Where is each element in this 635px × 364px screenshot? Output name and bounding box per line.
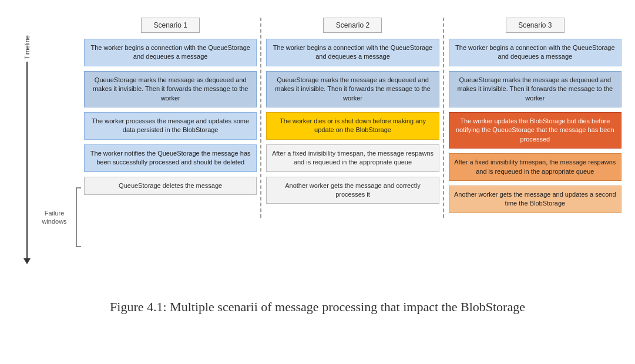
failure-windows: Failurewindows <box>38 185 83 250</box>
figure-caption: Figure 4.1: Multiple scenarii of message… <box>6 294 629 321</box>
scenario-1-step-3: The worker processes the message and upd… <box>84 112 257 140</box>
scenario-3-header: Scenario 3 <box>506 18 565 33</box>
scenario-1-column: Scenario 1 The worker begins a connectio… <box>79 18 261 218</box>
scenario-1-step-5: QueueStorage deletes the message <box>84 177 257 195</box>
timeline-arrowhead <box>23 258 31 264</box>
scenario-2-step-3: The worker dies or is shut down before m… <box>266 112 439 140</box>
scenario-3-step-5: Another worker gets the message and upda… <box>449 186 621 213</box>
main-container: Timeline Failurewindows Scenario 1 The w… <box>0 0 635 326</box>
scenario-2-step-4: After a fixed invisibility timespan, the… <box>266 144 439 172</box>
scenario-1-step-4: The worker notifies the QueueStorage the… <box>84 144 257 172</box>
scenario-2-step-5: Another worker gets the message and corr… <box>266 177 439 204</box>
scenario-3-step-2: QueueStorage marks the message as dequeu… <box>449 71 621 107</box>
timeline-container: Timeline <box>23 35 31 264</box>
diagram-area: Timeline Failurewindows Scenario 1 The w… <box>6 12 629 288</box>
scenario-1-step-2: QueueStorage marks the message as dequeu… <box>84 71 257 107</box>
scenario-2-header: Scenario 2 <box>323 18 382 33</box>
timeline-line <box>26 62 28 258</box>
scenarios-container: Scenario 1 The worker begins a connectio… <box>79 18 626 218</box>
scenario-1-header: Scenario 1 <box>141 18 200 33</box>
scenario-3-step-3: The worker updates the BlobStorage but d… <box>449 112 621 149</box>
scenario-3-column: Scenario 3 The worker begins a connectio… <box>444 18 626 218</box>
scenario-2-step-1: The worker begins a connection with the … <box>266 39 439 66</box>
scenario-2-column: Scenario 2 The worker begins a connectio… <box>261 18 444 218</box>
timeline-label: Timeline <box>23 35 31 59</box>
scenario-1-step-1: The worker begins a connection with the … <box>84 39 257 66</box>
scenario-2-step-2: QueueStorage marks the message as dequeu… <box>266 71 439 107</box>
failure-label: Failurewindows <box>38 209 70 226</box>
timeline-arrow <box>23 62 31 264</box>
scenario-3-step-4: After a fixed invisibility timespan, the… <box>449 153 621 181</box>
scenario-3-step-1: The worker begins a connection with the … <box>449 39 621 66</box>
